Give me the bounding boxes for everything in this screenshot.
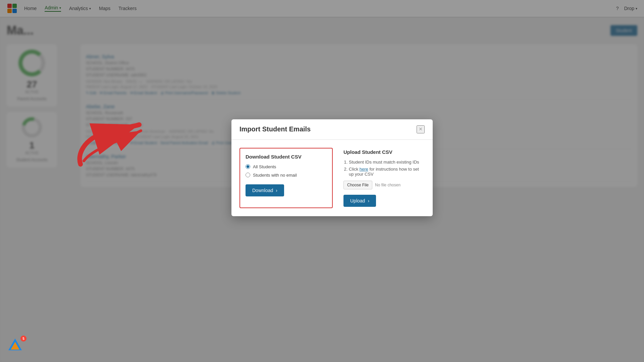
- instruction-2: Click here for instructions how to set u…: [349, 167, 425, 177]
- upload-panel-title: Upload Student CSV: [343, 149, 425, 155]
- choose-file-button[interactable]: Choose File: [343, 181, 372, 189]
- modal-close-button[interactable]: ×: [417, 125, 425, 133]
- modal-overlay[interactable]: Import Student Emails × Download Student…: [0, 0, 644, 362]
- radio-group: All Students Students with no email: [246, 164, 327, 178]
- instruction-1: Student IDs must match existing IDs: [349, 160, 425, 165]
- notification-badge: 5: [20, 336, 26, 342]
- bottom-app-logo[interactable]: 5: [7, 337, 25, 355]
- upload-panel: Upload Student CSV Student IDs must matc…: [343, 148, 425, 208]
- upload-button[interactable]: Upload ›: [343, 195, 376, 207]
- radio-no-email-students[interactable]: Students with no email: [246, 173, 327, 178]
- arrow-right-icon: ›: [368, 198, 369, 203]
- arrow-right-icon: ›: [276, 188, 277, 193]
- download-button[interactable]: Download ›: [246, 184, 284, 196]
- modal-body: Download Student CSV All Students Studen…: [231, 140, 433, 216]
- upload-instructions: Student IDs must match existing IDs Clic…: [343, 160, 425, 177]
- modal-header: Import Student Emails ×: [231, 119, 433, 140]
- file-no-chosen-label: No file chosen: [375, 183, 400, 187]
- import-student-emails-modal: Import Student Emails × Download Student…: [231, 119, 433, 216]
- modal-title: Import Student Emails: [239, 125, 311, 133]
- instructions-link[interactable]: here: [360, 167, 368, 172]
- download-panel-title: Download Student CSV: [246, 154, 327, 160]
- file-input-row: Choose File No file chosen: [343, 181, 425, 189]
- radio-all-students[interactable]: All Students: [246, 164, 327, 169]
- download-panel: Download Student CSV All Students Studen…: [239, 148, 333, 208]
